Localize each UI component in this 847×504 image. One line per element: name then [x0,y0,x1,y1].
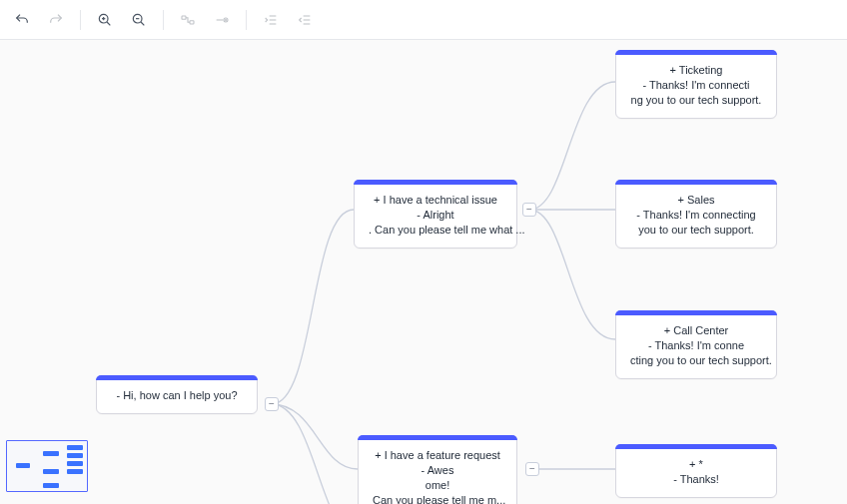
node-text: + * [630,457,762,472]
indent-icon [263,12,279,28]
node-text: + I have a technical issue [369,193,502,208]
node-text: - Thanks! I'm connecti [630,78,762,93]
separator [80,10,81,30]
minimap-block [43,483,59,488]
node-text: ng you to our tech support. [630,93,762,108]
node-text: - Hi, how can I help you? [111,388,243,403]
node-text: - Awes [373,463,502,478]
add-child-button[interactable] [172,4,204,36]
node-feature-request[interactable]: + I have a feature request - Awes ome! C… [358,435,517,504]
node-text: you to our tech support. [630,223,762,238]
svg-rect-7 [182,16,186,19]
node-text: - Thanks! I'm connecting [630,208,762,223]
toggle-root[interactable]: − [265,397,279,411]
zoom-in-icon [97,12,113,28]
node-text: cting you to our tech support. [630,353,762,368]
node-text: + I have a feature request [373,448,502,463]
zoom-out-icon [131,12,147,28]
node-text: + Sales [630,193,762,208]
toolbar [0,0,847,40]
node-text: + Call Center [630,323,762,338]
add-sibling-button[interactable] [206,4,238,36]
node-text: - Thanks! I'm conne [630,338,762,353]
minimap-block [16,463,30,468]
minimap[interactable] [6,440,88,492]
node-technical-issue[interactable]: + I have a technical issue - Alright . C… [354,180,517,249]
node-text: - Thanks! [630,472,762,487]
node-text: + Ticketing [630,63,762,78]
add-child-icon [180,12,196,28]
separator [163,10,164,30]
redo-icon [48,12,64,28]
undo-button[interactable] [6,4,38,36]
node-sales[interactable]: + Sales - Thanks! I'm connecting you to … [615,180,777,249]
zoom-out-button[interactable] [123,4,155,36]
node-call-center[interactable]: + Call Center - Thanks! I'm conne cting … [615,310,777,379]
minimap-block [67,469,83,474]
indent-button[interactable] [255,4,287,36]
toggle-feature-request[interactable]: − [525,462,539,476]
minimap-block [67,453,83,458]
minimap-block [43,469,59,474]
node-text: Can you please tell me m... [373,493,502,504]
toggle-technical-issue[interactable]: − [522,203,536,217]
undo-icon [14,12,30,28]
zoom-in-button[interactable] [89,4,121,36]
minimap-block [43,451,59,456]
svg-line-5 [141,22,144,25]
node-root[interactable]: - Hi, how can I help you? [96,375,258,414]
node-star[interactable]: + * - Thanks! [615,444,777,498]
node-text: - Alright [369,208,502,223]
redo-button[interactable] [40,4,72,36]
svg-line-1 [107,22,110,25]
outdent-icon [297,12,313,28]
add-sibling-icon [214,12,230,28]
separator [246,10,247,30]
minimap-block [67,461,83,466]
mindmap-canvas[interactable]: - Hi, how can I help you? − + I have a t… [0,40,847,504]
node-text: ome! [373,478,502,493]
node-ticketing[interactable]: + Ticketing - Thanks! I'm connecti ng yo… [615,50,777,119]
outdent-button[interactable] [289,4,321,36]
node-text: . Can you please tell me what ... [369,223,502,238]
svg-rect-8 [190,20,194,23]
minimap-block [67,445,83,450]
